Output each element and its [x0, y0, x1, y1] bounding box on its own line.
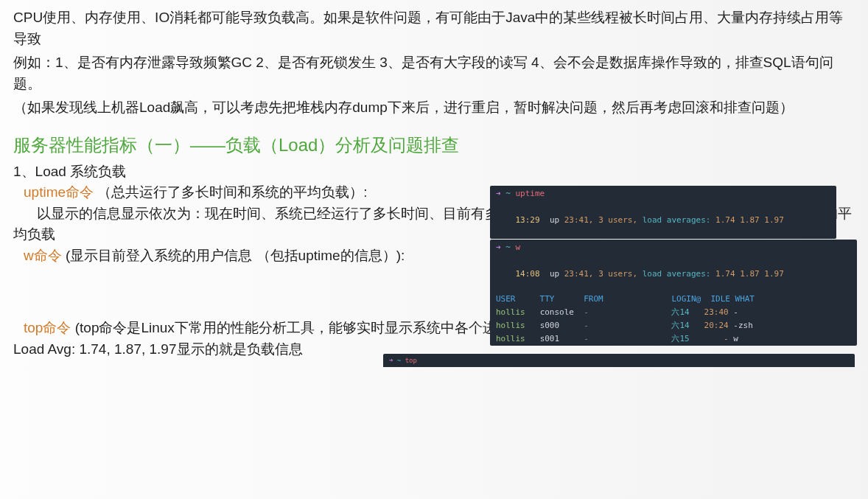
w-command: w	[516, 242, 521, 252]
w-row: hollis s000 - 六14 20:24 -zsh	[490, 319, 857, 332]
w-cmd-label: w命令	[24, 248, 62, 263]
prompt-arrow: ➜	[496, 189, 501, 198]
uptime-command: uptime	[516, 189, 545, 198]
prompt-path: ~	[505, 189, 511, 198]
top-cmd-label: top命令	[24, 320, 71, 335]
intro-p1: CPU使用、内存使用、IO消耗都可能导致负载高。如果是软件问题，有可能由于Jav…	[13, 7, 855, 49]
uptime-desc: （总共运行了多长时间和系统的平均负载）:	[97, 184, 367, 200]
uptime-la-label: load averages:	[643, 215, 711, 225]
uptime-up: 23:41,	[564, 215, 594, 225]
intro-p2: 例如：1、是否有内存泄露导致频繁GC 2、是否有死锁发生 3、是否有大字段的读写…	[13, 52, 855, 94]
intro-p3: （如果发现线上机器Load飙高，可以考虑先把堆栈内存dump下来后，进行重启，暂…	[13, 97, 855, 119]
w-row: hollis console - 六14 23:40 -	[490, 306, 857, 319]
uptime-users: 3 users,	[598, 215, 637, 225]
w-row: hollis s001 - 六15 - w	[490, 332, 857, 346]
uptime-la-values: 1.74 1.87 1.97	[715, 215, 784, 225]
w-desc: (显示目前登入系统的用户信息 （包括uptime的信息）):	[66, 248, 405, 263]
uptime-terminal: ➜ ~ uptime 13:29 up 23:41, 3 users, load…	[490, 186, 836, 239]
top-terminal: ➜ ~ top Processes: 244 total, 3 running,…	[383, 354, 855, 367]
w-terminal: ➜ ~ w 14:08 up 23:41, 3 users, load aver…	[490, 240, 857, 346]
top-command: top	[405, 357, 417, 364]
uptime-cmd-label: uptime命令	[24, 184, 94, 200]
load-title: 1、Load 系统负载	[13, 161, 855, 183]
section-heading: 服务器性能指标（一）——负载（Load）分析及问题排查	[13, 132, 855, 158]
uptime-time: 13:29	[516, 215, 540, 225]
w-header: USER TTY FROM LOGIN@ IDLE WHAT	[490, 293, 857, 306]
